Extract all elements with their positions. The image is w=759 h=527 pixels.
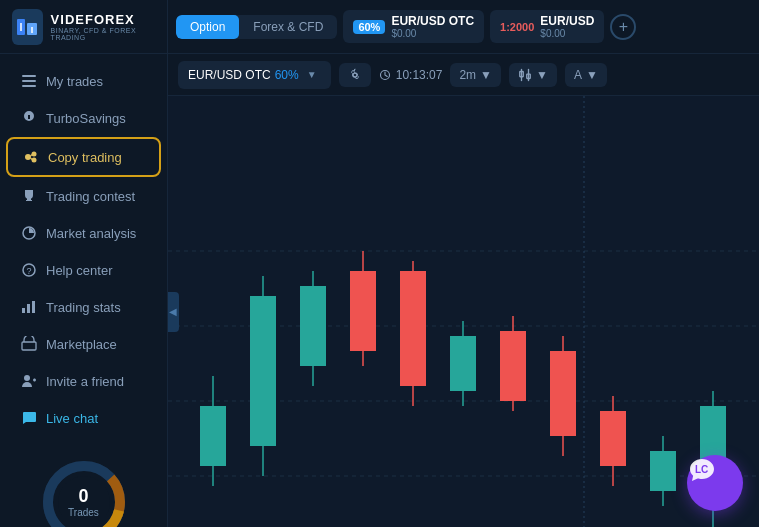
sidebar-item-marketplace[interactable]: Marketplace (6, 326, 161, 362)
live-chat-bubble[interactable]: LC (687, 455, 743, 511)
svg-rect-21 (22, 342, 36, 350)
svg-rect-13 (25, 190, 27, 194)
chart-icon (20, 224, 38, 242)
clock-icon (379, 69, 391, 81)
instrument-eurusd-forex[interactable]: 1:2000 EUR/USD $0.00 (490, 10, 604, 43)
sidebar-item-live-chat[interactable]: Live chat (6, 400, 161, 436)
logo-icon (15, 15, 39, 39)
tab-group: Option Forex & CFD (176, 15, 337, 39)
interval-value: 2m (459, 68, 476, 82)
sidebar-label-marketplace: Marketplace (46, 337, 117, 352)
logo-title: VIDEFOREX (51, 12, 155, 27)
sidebar-label-help-center: Help center (46, 263, 112, 278)
sidebar-item-turbo-savings[interactable]: TurboSavings (6, 100, 161, 136)
time-display: 10:13:07 (379, 68, 443, 82)
svg-rect-4 (22, 75, 36, 77)
svg-line-11 (31, 155, 33, 157)
svg-text:?: ? (27, 266, 32, 276)
instrument-otc-info: EUR/USD OTC $0.00 (391, 14, 474, 39)
svg-rect-49 (400, 271, 426, 386)
tab-option[interactable]: Option (176, 15, 239, 39)
logo-subtitle: BINARY, CFD & FOREX TRADING (51, 27, 155, 41)
svg-rect-41 (200, 406, 226, 466)
svg-rect-7 (28, 113, 30, 115)
chart-settings-button[interactable] (339, 63, 371, 87)
sidebar-item-trading-stats[interactable]: Trading stats (6, 289, 161, 325)
svg-rect-45 (300, 286, 326, 366)
svg-text:LC: LC (695, 464, 708, 475)
svg-rect-51 (450, 336, 476, 391)
instrument-eurusd-otc[interactable]: 60% EUR/USD OTC $0.00 (343, 10, 484, 43)
instrument-badge-pct: 60% (353, 20, 385, 34)
sidebar-label-trading-stats: Trading stats (46, 300, 121, 315)
main-content: Option Forex & CFD 60% EUR/USD OTC $0.00… (168, 0, 759, 527)
instrument-forex-price: $0.00 (540, 28, 594, 39)
svg-rect-57 (600, 411, 626, 466)
copy-icon (22, 148, 40, 166)
svg-line-12 (31, 158, 33, 160)
tab-forex[interactable]: Forex & CFD (239, 15, 337, 39)
candlestick-chart (168, 96, 759, 527)
add-instrument-button[interactable]: + (610, 14, 636, 40)
sidebar-label-live-chat: Live chat (46, 411, 98, 426)
logo-area: VIDEFOREX BINARY, CFD & FOREX TRADING (0, 0, 167, 54)
sidebar-label-turbo-savings: TurboSavings (46, 111, 126, 126)
svg-point-8 (25, 154, 31, 160)
svg-rect-14 (32, 190, 34, 194)
svg-rect-55 (550, 351, 576, 436)
instrument-otc-name: EUR/USD OTC (391, 14, 474, 28)
sidebar-item-invite-friend[interactable]: Invite a friend (6, 363, 161, 399)
chat-icon (20, 409, 38, 427)
chart-area: ◀ LC (168, 96, 759, 527)
sidebar-label-copy-trading: Copy trading (48, 150, 122, 165)
svg-rect-53 (500, 331, 526, 401)
sidebar: VIDEFOREX BINARY, CFD & FOREX TRADING My… (0, 0, 168, 527)
trophy-icon (20, 187, 38, 205)
stats-icon (20, 298, 38, 316)
topbar: Option Forex & CFD 60% EUR/USD OTC $0.00… (168, 0, 759, 54)
svg-rect-20 (32, 301, 35, 313)
sidebar-item-help-center[interactable]: ? Help center (6, 252, 161, 288)
donut-center: 0 Trades (68, 486, 99, 518)
sidebar-bottom: 0 Trades (0, 445, 167, 527)
interval-dropdown-icon: ▼ (480, 68, 492, 82)
settings-icon (348, 68, 362, 82)
svg-rect-6 (22, 85, 36, 87)
candlestick-icon (518, 68, 532, 82)
logo-text: VIDEFOREX BINARY, CFD & FOREX TRADING (51, 12, 155, 41)
symbol-pct: 60% (275, 68, 299, 82)
chart-type-button[interactable]: ▼ (509, 63, 557, 87)
savings-icon (20, 109, 38, 127)
invite-icon (20, 372, 38, 390)
svg-point-22 (24, 375, 30, 381)
svg-point-10 (32, 158, 37, 163)
svg-rect-5 (22, 80, 36, 82)
sidebar-label-my-trades: My trades (46, 74, 103, 89)
trades-donut: 0 Trades (39, 457, 129, 527)
drawing-dropdown-icon: ▼ (586, 68, 598, 82)
trades-count: 0 (68, 486, 99, 507)
instrument-otc-price: $0.00 (391, 28, 474, 39)
sidebar-item-my-trades[interactable]: My trades (6, 63, 161, 99)
instrument-forex-info: EUR/USD $0.00 (540, 14, 594, 39)
drawing-button[interactable]: A ▼ (565, 63, 607, 87)
leverage-value: 1:2000 (500, 21, 534, 33)
symbol-selector[interactable]: EUR/USD OTC 60% ▼ (178, 61, 331, 89)
svg-rect-19 (27, 304, 30, 313)
sidebar-label-trading-contest: Trading contest (46, 189, 135, 204)
sidebar-item-market-analysis[interactable]: Market analysis (6, 215, 161, 251)
chart-toolbar: EUR/USD OTC 60% ▼ 10:13:07 2m ▼ ▼ A ▼ (168, 54, 759, 96)
logo-box (12, 9, 43, 45)
symbol-name: EUR/USD OTC (188, 68, 271, 82)
sidebar-label-invite-friend: Invite a friend (46, 374, 124, 389)
svg-rect-43 (250, 296, 276, 446)
svg-rect-47 (350, 271, 376, 351)
interval-button[interactable]: 2m ▼ (450, 63, 501, 87)
sidebar-collapse-handle[interactable]: ◀ (168, 292, 179, 332)
svg-point-9 (32, 152, 37, 157)
chat-bubble-icon: LC (687, 455, 717, 485)
list-icon (20, 72, 38, 90)
instrument-forex-name: EUR/USD (540, 14, 594, 28)
sidebar-item-trading-contest[interactable]: Trading contest (6, 178, 161, 214)
sidebar-item-copy-trading[interactable]: Copy trading (6, 137, 161, 177)
